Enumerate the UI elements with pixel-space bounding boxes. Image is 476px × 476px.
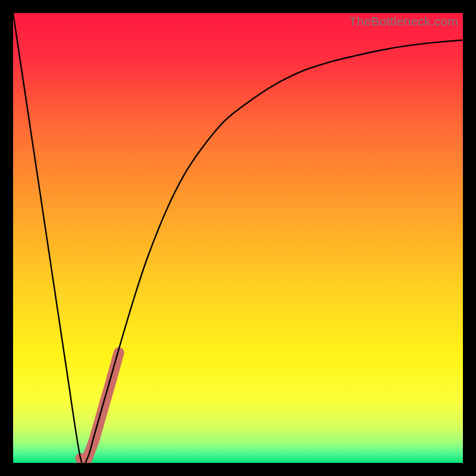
chart-frame: TheBottleneck.com	[0, 0, 476, 476]
curve-layer	[13, 13, 463, 463]
plot-area: TheBottleneck.com	[13, 13, 463, 463]
watermark-text: TheBottleneck.com	[349, 14, 458, 29]
bottleneck-curve	[13, 13, 463, 463]
